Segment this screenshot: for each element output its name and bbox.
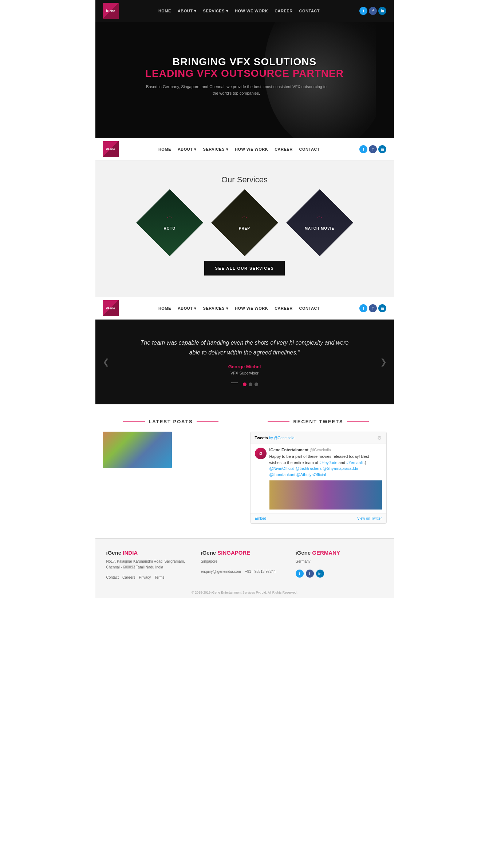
nav-links-2: HOME ABOUT ▾ SERVICES ▾ HOW WE WORK CARE… — [158, 147, 320, 152]
footer-india-links: Contact Careers Privacy Terms — [106, 575, 194, 579]
mm-inner: ⌒ MATCH MOVIE — [305, 215, 334, 230]
footer-germany-address: Germany — [296, 559, 383, 564]
linkedin-icon-3[interactable]: in — [378, 304, 386, 312]
testimonial-next[interactable]: ❯ — [376, 354, 390, 370]
footer-facebook-icon[interactable]: f — [306, 570, 314, 578]
linkedin-icon[interactable]: in — [378, 7, 386, 15]
service-diamond-prep[interactable]: ⌒ PREP — [211, 189, 278, 256]
footer-link-privacy[interactable]: Privacy — [139, 575, 151, 579]
tweets-by: by @GeneIndia — [269, 436, 295, 440]
nav-services[interactable]: SERVICES ▾ — [203, 9, 229, 13]
tweet-link-athulya[interactable]: @AthulyaOfficial — [296, 472, 326, 477]
footer-copyright: © 2018-2019 iGene Entertainment Services… — [106, 587, 383, 594]
twitter-icon-3[interactable]: t — [359, 304, 367, 312]
facebook-icon-2[interactable]: f — [369, 145, 377, 153]
about-arrow: ▾ — [194, 9, 197, 13]
mm-icon: ⌒ — [316, 215, 323, 224]
twitter-icon-2[interactable]: t — [359, 145, 367, 153]
nav-social-3: t f in — [359, 304, 386, 312]
facebook-icon-3[interactable]: f — [369, 304, 377, 312]
nav2-about[interactable]: ABOUT ▾ — [178, 147, 197, 152]
footer-link-contact[interactable]: Contact — [106, 575, 119, 579]
nav-links-3: HOME ABOUT ▾ SERVICES ▾ HOW WE WORK CARE… — [158, 306, 320, 311]
footer-link-careers[interactable]: Careers — [122, 575, 135, 579]
logo-3[interactable]: iGene — [103, 300, 119, 316]
footer-columns: iGene INDIA No17, Kalaignar Karunanidhi … — [106, 550, 383, 579]
nav3-career[interactable]: CAREER — [275, 306, 292, 310]
footer-germany: iGene GERMANY Germany t f in — [296, 550, 383, 579]
nav3-home[interactable]: HOME — [158, 306, 171, 310]
footer-singapore-email: enquiry@igeneindia.com +91 - 95513 92244 — [201, 570, 288, 574]
tweet-link-trish[interactable]: @trishtrashers — [296, 466, 322, 471]
testimonial-prev[interactable]: ❮ — [99, 354, 113, 370]
nav-how-we-work[interactable]: HOW WE WORK — [235, 9, 268, 13]
tweets-column: RECENT TWEETS Tweets by @GeneIndia ⚙ iG … — [250, 419, 387, 524]
hero-content: BRINGING VFX SOLUTIONS LEADING VFX OUTSO… — [145, 56, 344, 96]
nav-career[interactable]: CAREER — [275, 9, 292, 13]
footer-germany-brand: iGene GERMANY — [296, 550, 383, 556]
tweet-link-heyjude[interactable]: #HeyJude — [319, 460, 338, 465]
prep-icon: ⌒ — [241, 215, 248, 224]
posts-tweets-section: LATEST POSTS RECENT TWEETS Tweets by @Ge… — [95, 404, 394, 538]
third-navbar: iGene HOME ABOUT ▾ SERVICES ▾ HOW WE WOR… — [95, 297, 394, 320]
service-diamond-matchmovie[interactable]: ⌒ MATCH MOVIE — [286, 189, 353, 256]
post-image[interactable] — [103, 432, 172, 468]
dot-1[interactable] — [243, 383, 247, 386]
mm-label: MATCH MOVIE — [305, 226, 334, 230]
tweet-link-nivin[interactable]: @NivinOfficial — [269, 466, 295, 471]
nav3-how-we-work[interactable]: HOW WE WORK — [235, 306, 268, 310]
nav2-how-we-work[interactable]: HOW WE WORK — [235, 147, 268, 151]
prep-inner: ⌒ PREP — [239, 215, 250, 230]
hero-subtitle: Based in Germany, Singapore, and Chennai… — [145, 84, 327, 96]
footer-twitter-icon[interactable]: t — [296, 570, 304, 578]
tweets-widget-header: Tweets by @GeneIndia ⚙ — [251, 432, 386, 444]
nav-contact[interactable]: CONTACT — [299, 9, 320, 13]
nav-about[interactable]: ABOUT ▾ — [178, 9, 197, 13]
service-matchmovie-wrap: ❮ ⌒ MATCH MOVIE ❯ — [288, 199, 352, 246]
testimonial-dots — [117, 383, 372, 386]
logo[interactable]: iGene — [103, 3, 119, 19]
twitter-icon[interactable]: t — [359, 7, 367, 15]
nav-social-2: t f in — [359, 145, 386, 153]
logo-2[interactable]: iGene — [103, 141, 119, 157]
footer-linkedin-icon[interactable]: in — [316, 570, 324, 578]
tweet-link-yemaali[interactable]: #Yemaali — [346, 460, 363, 465]
tweet-handle: @iGeneIndia — [309, 448, 331, 452]
see-all-button[interactable]: SEE ALL OUR SERVICES — [204, 261, 285, 276]
testimonial-text: The team was capable of handling even th… — [135, 338, 354, 357]
linkedin-icon-2[interactable]: in — [378, 145, 386, 153]
nav3-contact[interactable]: CONTACT — [299, 306, 320, 310]
top-navbar: iGene HOME ABOUT ▾ SERVICES ▾ HOW WE WOR… — [95, 0, 394, 22]
facebook-icon[interactable]: f — [369, 7, 377, 15]
testimonial-section: ❮ The team was capable of handling even … — [95, 320, 394, 404]
footer-singapore-address: Singapore — [201, 559, 288, 564]
nav2-services[interactable]: SERVICES ▾ — [203, 147, 229, 152]
nav3-about[interactable]: ABOUT ▾ — [178, 306, 197, 311]
second-navbar: iGene HOME ABOUT ▾ SERVICES ▾ HOW WE WOR… — [95, 138, 394, 160]
footer-singapore: iGene SINGAPORE Singapore enquiry@igenei… — [201, 550, 288, 579]
tweets-title: Tweets by @GeneIndia — [255, 436, 295, 440]
footer: iGene INDIA No17, Kalaignar Karunanidhi … — [95, 538, 394, 598]
tweet-link-thondankani[interactable]: @thondankani — [269, 472, 295, 477]
recent-tweets-heading: RECENT TWEETS — [250, 419, 387, 424]
tweets-widget: Tweets by @GeneIndia ⚙ iG iGene Entertai… — [250, 432, 387, 524]
tweet-text: Happy to be a part of these movies relea… — [269, 453, 382, 477]
nav2-career[interactable]: CAREER — [275, 147, 292, 151]
view-on-twitter-link[interactable]: View on Twitter — [357, 516, 382, 520]
embed-link[interactable]: Embed — [255, 516, 267, 520]
services-section: Our Services ❮ ⌒ ROTO ❯ ❮ ⌒ PREP ❯ — [95, 160, 394, 297]
nav2-contact[interactable]: CONTACT — [299, 147, 320, 151]
services-grid: ❮ ⌒ ROTO ❯ ❮ ⌒ PREP ❯ ❮ — [103, 199, 387, 246]
footer-india: iGene INDIA No17, Kalaignar Karunanidhi … — [106, 550, 194, 579]
tweets-footer: Embed View on Twitter — [251, 514, 386, 523]
footer-link-terms[interactable]: Terms — [154, 575, 164, 579]
dot-2[interactable] — [249, 383, 252, 386]
dot-3[interactable] — [255, 383, 258, 386]
nav3-services[interactable]: SERVICES ▾ — [203, 306, 229, 311]
tweet-link-shyama[interactable]: @Shyamaprasaddir — [323, 466, 358, 471]
footer-india-brand: iGene INDIA — [106, 550, 194, 556]
nav2-home[interactable]: HOME — [158, 147, 171, 151]
roto-icon: ⌒ — [166, 215, 173, 224]
nav-home[interactable]: HOME — [158, 9, 171, 13]
service-diamond-roto[interactable]: ⌒ ROTO — [136, 189, 203, 256]
